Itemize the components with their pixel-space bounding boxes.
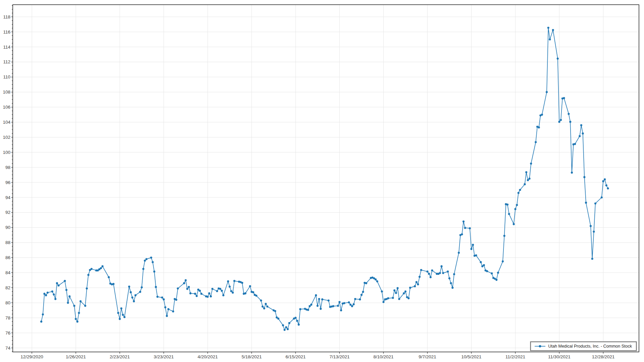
data-point-marker[interactable] [230,290,232,292]
data-point-marker[interactable] [376,280,378,282]
data-point-marker[interactable] [601,196,603,198]
data-point-marker[interactable] [514,208,516,210]
data-point-marker[interactable] [196,295,198,297]
data-point-marker[interactable] [139,291,141,293]
data-point-marker[interactable] [317,305,319,307]
data-point-marker[interactable] [464,227,466,229]
data-point-marker[interactable] [175,299,177,301]
data-point-marker[interactable] [502,260,504,262]
data-point-marker[interactable] [362,291,364,293]
data-point-marker[interactable] [472,244,474,246]
data-point-marker[interactable] [513,223,515,225]
data-point-marker[interactable] [525,171,527,173]
data-point-marker[interactable] [288,322,290,324]
data-point-marker[interactable] [569,121,571,123]
data-point-marker[interactable] [156,296,158,298]
data-point-marker[interactable] [395,292,397,294]
data-point-marker[interactable] [451,287,453,289]
data-point-marker[interactable] [375,279,377,281]
data-point-marker[interactable] [398,298,400,300]
data-point-marker[interactable] [287,328,289,330]
data-point-marker[interactable] [605,184,607,186]
data-point-marker[interactable] [211,288,213,290]
data-point-marker[interactable] [426,270,428,273]
data-point-marker[interactable] [130,291,132,293]
data-point-marker[interactable] [393,289,395,291]
data-point-marker[interactable] [381,291,383,293]
data-point-marker[interactable] [262,305,264,307]
data-point-marker[interactable] [593,231,595,233]
data-point-marker[interactable] [535,141,537,143]
data-point-marker[interactable] [266,305,268,307]
data-point-marker[interactable] [102,265,104,267]
data-point-marker[interactable] [430,276,432,278]
data-point-marker[interactable] [166,315,168,317]
data-point-marker[interactable] [483,264,485,266]
data-point-marker[interactable] [321,298,323,300]
data-point-marker[interactable] [448,277,450,279]
data-point-marker[interactable] [585,202,587,204]
data-point-marker[interactable] [518,192,520,194]
data-point-marker[interactable] [475,254,477,256]
data-point-marker[interactable] [594,202,596,204]
data-point-marker[interactable] [200,293,202,295]
data-point-marker[interactable] [172,310,174,312]
data-point-marker[interactable] [285,326,287,328]
data-point-marker[interactable] [470,248,472,250]
data-point-marker[interactable] [65,289,67,291]
data-point-marker[interactable] [277,317,279,319]
data-point-marker[interactable] [73,305,75,307]
data-point-marker[interactable] [144,260,146,262]
data-point-marker[interactable] [100,267,102,269]
data-point-marker[interactable] [282,324,284,326]
data-point-marker[interactable] [450,282,452,284]
data-point-marker[interactable] [91,268,93,270]
data-point-marker[interactable] [337,305,339,307]
data-point-marker[interactable] [353,303,355,305]
data-point-marker[interactable] [53,294,55,296]
data-point-marker[interactable] [392,297,394,299]
data-point-marker[interactable] [222,294,224,296]
data-point-marker[interactable] [265,303,267,305]
data-point-marker[interactable] [112,283,114,285]
data-point-marker[interactable] [207,296,209,298]
data-point-marker[interactable] [396,287,398,289]
data-point-marker[interactable] [579,135,581,137]
data-point-marker[interactable] [461,233,463,235]
data-point-marker[interactable] [416,281,418,283]
data-point-marker[interactable] [117,312,119,314]
data-point-marker[interactable] [340,309,342,311]
data-point-marker[interactable] [210,295,212,297]
data-point-marker[interactable] [491,273,493,275]
data-point-marker[interactable] [188,286,190,288]
data-point-marker[interactable] [403,292,405,294]
data-point-marker[interactable] [417,283,419,285]
data-point-marker[interactable] [419,276,421,278]
data-point-marker[interactable] [54,298,56,300]
data-point-marker[interactable] [252,291,254,293]
data-point-marker[interactable] [133,300,135,302]
data-point-marker[interactable] [161,297,163,299]
data-point-marker[interactable] [43,293,45,295]
data-point-marker[interactable] [560,119,562,121]
data-point-marker[interactable] [296,320,298,322]
data-point-marker[interactable] [527,179,529,181]
data-point-marker[interactable] [142,268,144,270]
data-point-marker[interactable] [310,304,312,306]
data-point-marker[interactable] [318,298,320,300]
data-point-marker[interactable] [42,313,44,315]
data-point-marker[interactable] [530,163,532,165]
data-point-marker[interactable] [563,97,565,99]
data-point-marker[interactable] [503,235,505,237]
data-point-marker[interactable] [568,113,570,115]
data-point-marker[interactable] [469,227,471,229]
data-point-marker[interactable] [549,39,551,41]
data-point-marker[interactable] [332,305,334,307]
data-point-marker[interactable] [538,126,540,128]
data-point-marker[interactable] [428,273,430,275]
data-point-marker[interactable] [591,258,593,260]
data-point-marker[interactable] [135,294,137,296]
data-point-marker[interactable] [78,312,80,314]
data-point-marker[interactable] [108,276,110,278]
data-point-marker[interactable] [365,282,367,284]
